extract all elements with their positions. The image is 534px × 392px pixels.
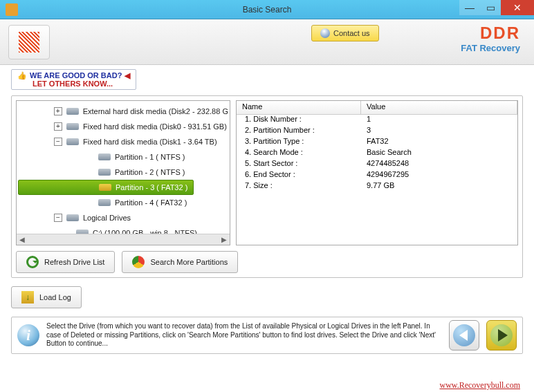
refresh-label: Refresh Drive List [44,258,104,266]
drive-icon [98,169,111,176]
scroll-left-icon[interactable]: ◀ [17,236,28,243]
drive-icon [98,153,111,160]
brand-block: DDR FAT Recovery [461,24,520,53]
prop-name: 5. Start Sector : [237,159,361,170]
table-row: 1. Disk Number :1 [237,115,517,126]
contact-label: Contact us [333,29,370,37]
prop-value: Basic Search [361,148,517,159]
table-row: 5. Start Sector :4274485248 [237,159,517,170]
tree-item[interactable]: C:\ (100.00 GB - win 8 - NTFS) [18,225,228,234]
prop-value: 9.77 GB [361,181,517,192]
tree-item-selected[interactable]: Partition - 3 ( FAT32 ) [18,180,194,195]
tree-item-label: Fixed hard disk media (Disk0 - 931.51 GB… [83,122,227,131]
drive-icon [66,138,79,145]
refresh-drive-list-button[interactable]: Refresh Drive List [16,251,115,273]
tree-item[interactable]: −Fixed hard disk media (Disk1 - 3.64 TB) [18,134,228,149]
drive-icon [66,123,79,130]
drive-tree[interactable]: +External hard disk media (Disk2 - 232.8… [16,100,230,245]
window-title: Basic Search [243,5,292,15]
prop-value: 1 [361,115,517,126]
main-panel: +External hard disk media (Disk2 - 232.8… [11,95,523,278]
col-header-name[interactable]: Name [237,101,361,114]
footer-panel: i Select the Drive (from which you want … [11,317,523,354]
prop-name: 7. Size : [237,181,361,192]
arrow-left-icon [459,330,468,341]
thumbs-up-icon: 👍 [17,71,27,88]
prop-name: 3. Partition Type : [237,137,361,148]
tree-item-label: Partition - 2 ( NTFS ) [115,168,185,176]
expand-toggle-icon[interactable]: + [54,122,62,131]
logo-icon [19,32,39,53]
title-bar: Basic Search — ▭ ✕ [0,0,534,19]
table-row: 2. Partition Number :3 [237,126,517,137]
expand-toggle-icon[interactable]: − [54,214,62,222]
info-icon: i [17,324,39,346]
tree-item[interactable]: +External hard disk media (Disk2 - 232.8… [18,104,228,119]
window-controls: — ▭ ✕ [459,0,534,15]
prop-name: 2. Partition Number : [237,126,361,137]
watermark-link[interactable]: www.Recoverybull.com [439,380,520,391]
app-icon [6,3,18,16]
table-row: 6. End Sector :4294967295 [237,170,517,181]
load-log-button[interactable]: Load Log [11,286,82,308]
expand-toggle-icon[interactable]: − [54,138,62,146]
tree-item-label: Fixed hard disk media (Disk1 - 3.64 TB) [83,138,217,146]
maximize-button[interactable]: ▭ [480,0,501,15]
next-button[interactable] [486,320,517,351]
properties-table: Name Value 1. Disk Number :12. Partition… [236,100,518,245]
load-log-label: Load Log [39,293,71,301]
slogan-banner[interactable]: 👍 WE ARE GOOD OR BAD? LET OTHERS KNOW...… [11,69,136,90]
tree-item-label: Partition - 3 ( FAT32 ) [116,183,187,192]
search-more-partitions-button[interactable]: Search More Partitions [122,251,238,273]
tree-item-label: Logical Drives [83,214,131,222]
app-header: Contact us DDR FAT Recovery [0,19,534,65]
drive-icon [98,199,111,206]
tree-item[interactable]: Partition - 1 ( NTFS ) [18,149,228,165]
col-header-value[interactable]: Value [361,101,517,114]
prop-value: 3 [361,126,517,137]
prop-name: 1. Disk Number : [237,115,361,126]
tree-item[interactable]: Partition - 4 ( FAT32 ) [18,195,228,210]
load-log-icon [21,291,34,304]
logo-box [8,25,50,59]
prop-name: 4. Search Mode : [237,148,361,159]
prop-value: 4294967295 [361,170,517,181]
tree-item-label: External hard disk media (Disk2 - 232.88… [83,107,228,115]
table-row: 3. Partition Type :FAT32 [237,137,517,148]
horizontal-scrollbar[interactable]: ◀ ▶ [17,234,230,245]
arrow-right-icon [498,329,508,342]
speech-icon: ◀ [125,71,130,88]
drive-icon [66,214,79,221]
prop-value: 4274485248 [361,159,517,170]
slogan-line2: LET OTHERS KNOW... [33,80,113,88]
prop-name: 6. End Sector : [237,170,361,181]
close-button[interactable]: ✕ [501,0,534,15]
minimize-button[interactable]: — [459,0,480,15]
pie-chart-icon [132,256,145,268]
brand-main: DDR [461,24,520,43]
search-more-label: Search More Partitions [150,258,228,266]
scroll-right-icon[interactable]: ▶ [219,236,230,243]
drive-icon [66,108,79,115]
drive-icon [99,184,111,191]
brand-sub: FAT Recovery [461,43,520,53]
contact-avatar-icon [320,28,330,38]
tree-item[interactable]: +Fixed hard disk media (Disk0 - 931.51 G… [18,119,228,134]
tree-item[interactable]: Partition - 2 ( NTFS ) [18,165,228,180]
footer-message: Select the Drive (from which you want to… [46,322,442,348]
table-row: 7. Size :9.77 GB [237,181,517,192]
slogan-line1: WE ARE GOOD OR BAD? [30,71,122,80]
tree-item[interactable]: −Logical Drives [18,210,228,225]
expand-toggle-icon[interactable]: + [54,107,62,115]
table-row: 4. Search Mode :Basic Search [237,148,517,159]
back-button[interactable] [449,320,479,351]
tree-item-label: Partition - 1 ( NTFS ) [115,153,185,161]
refresh-icon [26,256,39,268]
tree-item-label: C:\ (100.00 GB - win 8 - NTFS) [93,229,197,234]
contact-us-button[interactable]: Contact us [311,25,379,41]
tree-item-label: Partition - 4 ( FAT32 ) [115,198,187,207]
prop-value: FAT32 [361,137,517,148]
